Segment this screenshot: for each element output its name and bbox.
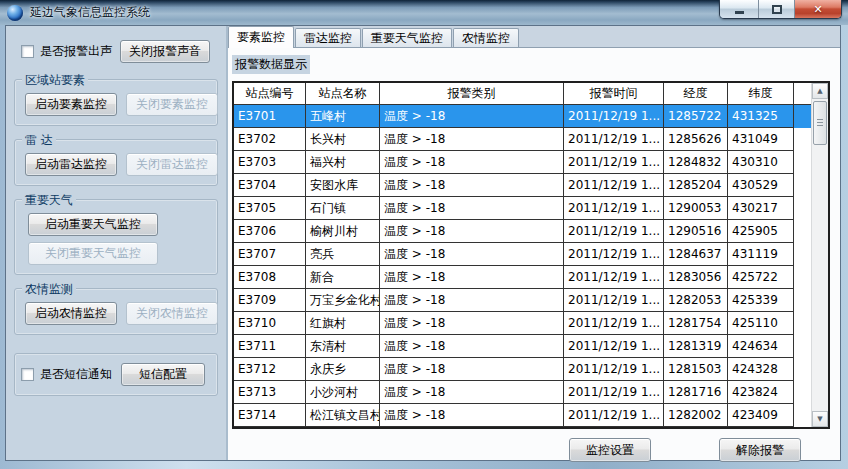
vertical-scrollbar[interactable]: ▲ ▼	[811, 83, 828, 427]
close-icon: ✕	[813, 3, 822, 16]
table-cell: 2011/12/19 1...	[564, 220, 664, 243]
start-weather-monitor-button[interactable]: 启动重要天气监控	[28, 213, 158, 236]
table-cell: 1282002	[664, 404, 728, 427]
sms-notify-checkbox[interactable]	[21, 368, 34, 381]
stop-element-monitor-button[interactable]: 关闭要素监控	[126, 93, 218, 116]
tab-radar-monitor[interactable]: 雷达监控	[295, 28, 361, 47]
table-cell: 温度 > -18	[380, 358, 564, 381]
groupbox-title: 雷 达	[22, 132, 56, 149]
sms-notify-checkbox-label: 是否短信通知	[40, 366, 112, 383]
table-cell: 2011/12/19 1...	[564, 312, 664, 335]
dismiss-alarm-button[interactable]: 解除报警	[719, 438, 801, 462]
table-cell: 红旗村	[306, 312, 380, 335]
table-cell: 温度 > -18	[380, 266, 564, 289]
table-cell: 松江镇文昌村	[306, 404, 380, 427]
titlebar: 延边气象信息监控系统 ✕	[0, 0, 848, 25]
table-row[interactable]: E3710红旗村温度 > -182011/12/19 1...128175442…	[234, 312, 828, 335]
table-cell: E3702	[234, 128, 306, 151]
column-header-latitude[interactable]: 纬度	[728, 83, 794, 105]
table-cell: 430529	[728, 174, 794, 197]
table-row[interactable]: E3705石门镇温度 > -182011/12/19 1...129005343…	[234, 197, 828, 220]
table-cell: 2011/12/19 1...	[564, 381, 664, 404]
table-cell: 2011/12/19 1...	[564, 335, 664, 358]
table-cell: 2011/12/19 1...	[564, 128, 664, 151]
table-cell: E3704	[234, 174, 306, 197]
maximize-button[interactable]	[759, 0, 795, 18]
close-alarm-sound-button[interactable]: 关闭报警声音	[120, 40, 210, 63]
table-cell: 1285722	[664, 105, 728, 128]
table-cell: 425339	[728, 289, 794, 312]
groupbox-radar: 雷 达 启动雷达监控 关闭雷达监控	[14, 139, 218, 186]
alarm-sound-checkbox-label: 是否报警出声	[40, 43, 112, 60]
table-cell: 长兴村	[306, 128, 380, 151]
table-cell: 425722	[728, 266, 794, 289]
table-row[interactable]: E3708新合温度 > -182011/12/19 1...1283056425…	[234, 266, 828, 289]
table-cell: 423409	[728, 404, 794, 427]
groupbox-title: 区域站要素	[22, 72, 88, 89]
table-cell: 430310	[728, 151, 794, 174]
table-cell: 温度 > -18	[380, 174, 564, 197]
table-cell: 温度 > -18	[380, 197, 564, 220]
tab-agriculture-monitor[interactable]: 农情监控	[453, 28, 519, 47]
table-row[interactable]: E3707亮兵温度 > -182011/12/19 1...1284637431…	[234, 243, 828, 266]
alarm-sound-checkbox[interactable]	[21, 45, 34, 58]
column-header-alarm-time[interactable]: 报警时间	[564, 83, 664, 105]
table-cell: 425110	[728, 312, 794, 335]
table-cell: 424328	[728, 358, 794, 381]
close-button[interactable]: ✕	[795, 0, 841, 18]
table-cell: 1283056	[664, 266, 728, 289]
table-row[interactable]: E3709万宝乡金化村温度 > -182011/12/19 1...128205…	[234, 289, 828, 312]
tab-weather-monitor[interactable]: 重要天气监控	[362, 28, 452, 47]
table-cell: 423824	[728, 381, 794, 404]
column-header-alarm-type[interactable]: 报警类别	[380, 83, 564, 105]
table-cell: E3703	[234, 151, 306, 174]
minimize-icon	[735, 11, 744, 14]
groupbox-title: 重要天气	[22, 192, 76, 209]
table-cell: 1284832	[664, 151, 728, 174]
scroll-down-icon[interactable]: ▼	[812, 411, 828, 427]
table-cell: 1281319	[664, 335, 728, 358]
table-cell: E3714	[234, 404, 306, 427]
minimize-button[interactable]	[720, 0, 759, 18]
stop-radar-monitor-button[interactable]: 关闭雷达监控	[126, 153, 218, 176]
sms-config-button[interactable]: 短信配置	[121, 363, 205, 386]
table-row[interactable]: E3713小沙河村温度 > -182011/12/19 1...12817164…	[234, 381, 828, 404]
groupbox-important-weather: 重要天气 启动重要天气监控 关闭重要天气监控	[14, 199, 218, 275]
start-radar-monitor-button[interactable]: 启动雷达监控	[25, 153, 117, 176]
table-row[interactable]: E3701五峰村温度 > -182011/12/19 1...128572243…	[234, 105, 828, 128]
table-cell: 430217	[728, 197, 794, 220]
column-header-station-name[interactable]: 站点名称	[306, 83, 380, 105]
table-row[interactable]: E3702长兴村温度 > -182011/12/19 1...128562643…	[234, 128, 828, 151]
table-cell: 亮兵	[306, 243, 380, 266]
table-cell: 431119	[728, 243, 794, 266]
stop-weather-monitor-button[interactable]: 关闭重要天气监控	[28, 242, 158, 265]
table-row[interactable]: E3711东清村温度 > -182011/12/19 1...128131942…	[234, 335, 828, 358]
table-header-row: 站点编号 站点名称 报警类别 报警时间 经度 纬度	[234, 83, 828, 105]
table-cell: 温度 > -18	[380, 312, 564, 335]
start-agriculture-monitor-button[interactable]: 启动农情监控	[25, 302, 117, 325]
table-cell: 2011/12/19 1...	[564, 105, 664, 128]
scroll-up-icon[interactable]: ▲	[812, 83, 828, 99]
table-row[interactable]: E3706榆树川村温度 > -182011/12/19 1...12905164…	[234, 220, 828, 243]
column-header-longitude[interactable]: 经度	[664, 83, 728, 105]
table-cell: 1285626	[664, 128, 728, 151]
table-row[interactable]: E3714松江镇文昌村温度 > -182011/12/19 1...128200…	[234, 404, 828, 427]
table-row[interactable]: E3704安图水库温度 > -182011/12/19 1...12852044…	[234, 174, 828, 197]
tabstrip: 要素监控 雷达监控 重要天气监控 农情监控	[228, 26, 840, 48]
monitor-settings-button[interactable]: 监控设置	[569, 438, 651, 462]
table-cell: 1284637	[664, 243, 728, 266]
table-cell: 温度 > -18	[380, 151, 564, 174]
table-cell: E3701	[234, 105, 306, 128]
table-cell: 2011/12/19 1...	[564, 243, 664, 266]
table-row[interactable]: E3712永庆乡温度 > -182011/12/19 1...128150342…	[234, 358, 828, 381]
tab-element-monitor[interactable]: 要素监控	[228, 26, 294, 48]
scrollbar-thumb[interactable]	[813, 101, 827, 145]
table-cell: 温度 > -18	[380, 243, 564, 266]
table-cell: 1282053	[664, 289, 728, 312]
stop-agriculture-monitor-button[interactable]: 关闭农情监控	[126, 302, 218, 325]
column-header-station-id[interactable]: 站点编号	[234, 83, 306, 105]
table-cell: 温度 > -18	[380, 381, 564, 404]
table-row[interactable]: E3703福兴村温度 > -182011/12/19 1...128483243…	[234, 151, 828, 174]
table-cell: 福兴村	[306, 151, 380, 174]
start-element-monitor-button[interactable]: 启动要素监控	[25, 93, 117, 116]
